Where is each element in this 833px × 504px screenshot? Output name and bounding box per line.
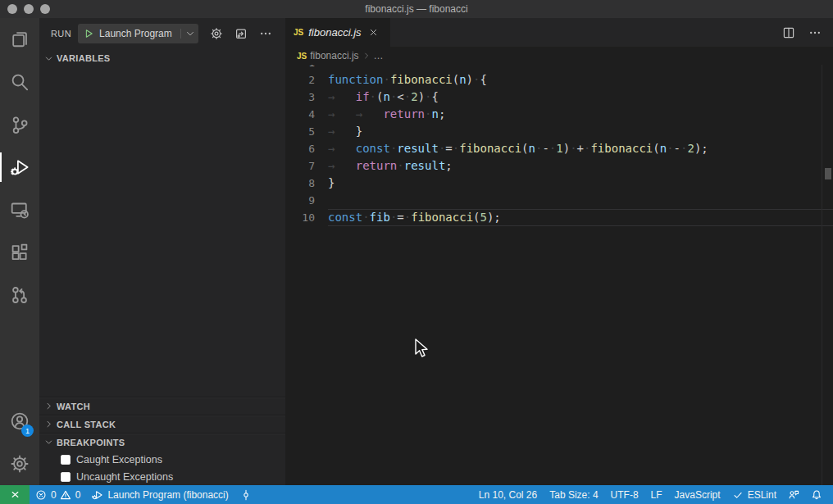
tab-fibonacci-js[interactable]: JS fibonacci.js — [285, 18, 390, 47]
watch-section-header[interactable]: WATCH — [39, 397, 285, 415]
breakpoint-checkbox[interactable] — [61, 472, 71, 482]
watch-section-label: WATCH — [57, 402, 90, 411]
line-number[interactable]: 8 — [285, 175, 328, 192]
cursor-position[interactable]: Ln 10, Col 26 — [472, 485, 543, 504]
encoding[interactable]: UTF-8 — [604, 485, 644, 504]
eol[interactable]: LF — [644, 485, 668, 504]
overview-ruler-cursor-mark[interactable] — [825, 168, 831, 179]
line-number[interactable]: 7 — [285, 157, 328, 175]
code-line-9[interactable]: 9 — [285, 192, 833, 209]
code-line-3[interactable]: 3→ if·(n·<·2)·{ — [285, 89, 833, 106]
breadcrumb-symbol[interactable]: … — [374, 50, 384, 61]
line-number[interactable]: 5 — [285, 123, 328, 140]
line-content[interactable]: → } — [328, 123, 833, 140]
code-line-7[interactable]: 7→ return·result; — [285, 157, 833, 175]
feedback[interactable] — [782, 485, 805, 504]
breadcrumb[interactable]: JS fibonacci.js … — [285, 47, 833, 65]
line-number[interactable]: 6 — [285, 140, 328, 157]
line-content[interactable] — [328, 65, 833, 71]
line-content[interactable]: } — [328, 175, 833, 192]
line-content[interactable]: const·fib·=·fibonacci(5); — [328, 209, 833, 226]
line-number[interactable]: 3 — [285, 89, 328, 106]
activity-bar-item-source-control[interactable] — [0, 103, 39, 146]
line-number[interactable]: 1 — [285, 65, 328, 71]
call-stack-section-header[interactable]: CALL STACK — [39, 415, 285, 433]
commit-indicator[interactable] — [234, 485, 257, 504]
extensions-icon — [10, 243, 30, 262]
configure-launch-button[interactable] — [210, 27, 223, 40]
split-editor-icon[interactable] — [782, 26, 795, 39]
gear-icon — [10, 454, 30, 474]
close-window-button[interactable] — [7, 4, 17, 14]
source-control-icon — [10, 115, 30, 134]
activity-bar-item-extensions[interactable] — [0, 231, 39, 274]
notifications[interactable] — [805, 485, 828, 504]
tab-filename: fibonacci.js — [308, 26, 361, 39]
line-content[interactable]: function·fibonacci(n)·{ — [328, 71, 833, 89]
code-line-10[interactable]: 10const·fib·=·fibonacci(5); — [285, 209, 833, 226]
javascript-file-icon: JS — [297, 52, 307, 61]
eslint-status[interactable]: ESLint — [726, 485, 782, 504]
code-line-5[interactable]: 5→ } — [285, 123, 833, 140]
activity-bar-item-accounts[interactable]: 1 — [0, 400, 39, 443]
maximize-window-button[interactable] — [40, 4, 50, 14]
open-debug-console-button[interactable] — [234, 27, 248, 40]
breakpoint-item[interactable]: Uncaught Exceptions — [39, 468, 285, 485]
code-line-2[interactable]: 2function·fibonacci(n)·{ — [285, 71, 833, 89]
breakpoint-checkbox[interactable] — [61, 455, 71, 465]
line-content[interactable]: → const·result·=·fibonacci(n·-·1)·+·fibo… — [328, 140, 833, 157]
breakpoint-label: Uncaught Exceptions — [76, 471, 173, 483]
variables-panel[interactable] — [39, 67, 285, 397]
activity-bar-item-explorer[interactable] — [0, 18, 39, 61]
debug-icon — [10, 157, 30, 177]
accounts-badge: 1 — [21, 425, 34, 437]
debug-launch-status[interactable]: Launch Program (fibonacci) — [86, 485, 234, 504]
tab-size[interactable]: Tab Size: 4 — [543, 485, 603, 504]
more-actions-icon[interactable] — [808, 26, 822, 39]
line-number[interactable]: 9 — [285, 192, 328, 209]
check-icon — [732, 489, 744, 501]
breakpoints-section-header[interactable]: BREAKPOINTS — [39, 433, 285, 451]
breakpoint-label: Caught Exceptions — [76, 454, 162, 465]
code-editor[interactable]: 12function·fibonacci(n)·{3→ if·(n·<·2)·{… — [285, 65, 833, 485]
chevron-right-icon — [44, 402, 53, 411]
title-bar: fibonacci.js — fibonacci — [0, 0, 833, 18]
activity-bar-item-run-and-debug[interactable] — [0, 146, 39, 188]
line-content[interactable] — [328, 192, 833, 209]
breadcrumb-file[interactable]: fibonacci.js — [310, 50, 358, 61]
code-line-8[interactable]: 8} — [285, 175, 833, 192]
window-title: fibonacci.js — fibonacci — [0, 3, 833, 15]
line-number[interactable]: 2 — [285, 71, 328, 89]
search-icon — [10, 72, 30, 92]
minimize-window-button[interactable] — [24, 4, 34, 14]
close-tab-icon[interactable] — [368, 27, 379, 38]
chevron-right-icon — [362, 52, 371, 60]
bell-icon — [811, 489, 822, 501]
variables-section-header[interactable]: VARIABLES — [39, 49, 285, 67]
activity-bar-item-search[interactable] — [0, 61, 39, 103]
breakpoint-item[interactable]: Caught Exceptions — [39, 451, 285, 468]
remote-indicator[interactable] — [0, 485, 30, 504]
run-label: RUN — [51, 29, 71, 39]
activity-bar-item-github-pull-requests[interactable] — [0, 274, 39, 316]
code-line-6[interactable]: 6→ const·result·=·fibonacci(n·-·1)·+·fib… — [285, 140, 833, 157]
line-number[interactable]: 10 — [285, 209, 328, 226]
activity-bar-item-settings[interactable] — [0, 443, 39, 485]
error-icon — [35, 489, 47, 501]
code-line-4[interactable]: 4→ → return·n; — [285, 106, 833, 123]
launch-config-dropdown[interactable]: Launch Program — [78, 24, 198, 43]
line-number[interactable]: 4 — [285, 106, 328, 123]
activity-bar-item-remote-explorer[interactable] — [0, 188, 39, 231]
vscode-window: fibonacci.js — fibonacci 1 RUN Launch Pr… — [0, 0, 833, 504]
line-content[interactable]: → if·(n·<·2)·{ — [328, 89, 833, 106]
start-debugging-button[interactable] — [83, 28, 94, 39]
code-line-1[interactable]: 1 — [285, 65, 833, 71]
activity-bar: 1 — [0, 18, 39, 485]
more-actions-button[interactable] — [259, 27, 272, 40]
line-content[interactable]: → return·result; — [328, 157, 833, 175]
remote-explorer-icon — [10, 200, 30, 220]
language-mode[interactable]: JavaScript — [668, 485, 726, 504]
line-content[interactable]: → → return·n; — [328, 106, 833, 123]
call-stack-section-label: CALL STACK — [57, 420, 116, 429]
problems-indicator[interactable]: 00 — [30, 485, 86, 504]
